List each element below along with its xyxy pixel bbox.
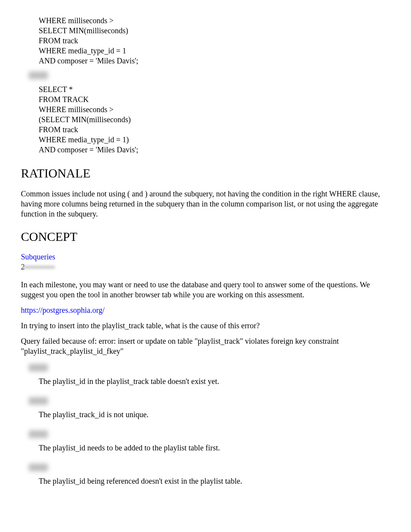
blurred-underline (22, 266, 55, 269)
code-line: WHERE media_type_id = 1) (39, 135, 390, 145)
code-line: FROM TRACK (39, 94, 390, 104)
code-block-1: WHERE milliseconds > SELECT MIN(millisec… (21, 15, 390, 66)
code-line: WHERE milliseconds > (39, 104, 390, 114)
blurred-marker (29, 430, 48, 438)
answer-c: The playlist_id needs to be added to the… (21, 443, 390, 453)
postgres-link[interactable]: https://postgres.sophia.org/ (21, 306, 104, 314)
concept-heading: CONCEPT (21, 229, 390, 245)
subqueries-link[interactable]: Subqueries (21, 252, 55, 261)
blurred-marker (29, 364, 48, 372)
code-line: SELECT * (39, 84, 390, 94)
code-line: FROM track (39, 36, 390, 46)
error-text: Query failed because of: error: insert o… (21, 336, 390, 356)
rationale-text: Common issues include not using ( and ) … (21, 189, 390, 219)
code-line: FROM track (39, 124, 390, 135)
milestone-text: In each milestone, you may want or need … (21, 280, 390, 300)
tool-link-wrap: https://postgres.sophia.org/ (21, 305, 390, 315)
blurred-marker (29, 464, 48, 471)
code-line: AND composer = 'Miles Davis'; (39, 145, 390, 155)
question-text: In trying to insert into the playlist_tr… (21, 321, 390, 331)
code-line: SELECT MIN(milliseconds) (39, 26, 390, 36)
code-line: (SELECT MIN(milliseconds) (39, 114, 390, 124)
blurred-marker (29, 72, 48, 79)
blurred-marker (29, 397, 48, 405)
rationale-heading: RATIONALE (21, 165, 390, 182)
answer-d: The playlist_id being referenced doesn't… (21, 476, 390, 486)
code-block-2: SELECT * FROM TRACK WHERE milliseconds >… (21, 84, 390, 155)
code-line: AND composer = 'Miles Davis'; (39, 56, 390, 66)
code-line: WHERE milliseconds > (39, 15, 390, 26)
code-line: WHERE media_type_id = 1 (39, 46, 390, 56)
answer-a: The playlist_id in the playlist_track ta… (21, 376, 390, 386)
concept-link-wrap: Subqueries 2 (21, 252, 390, 272)
answer-b: The playlist_track_id is not unique. (21, 409, 390, 419)
